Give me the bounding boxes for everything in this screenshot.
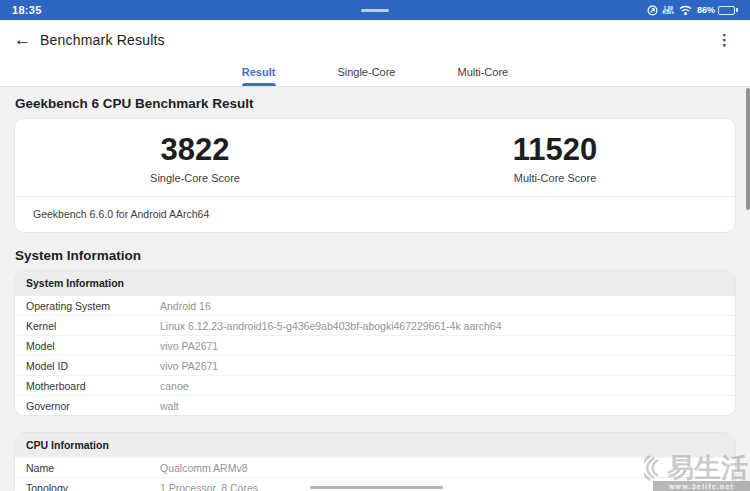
table-row: Topology 1 Processor, 8 Cores (15, 477, 735, 491)
page-title: Benchmark Results (40, 32, 165, 48)
single-core-score: 3822 (15, 132, 375, 168)
table-row: Model ID vivo PA2671 (15, 355, 735, 375)
table-row: Motherboard canoe (15, 375, 735, 395)
tab-multi-core[interactable]: Multi-Core (455, 66, 510, 86)
wifi-icon (679, 5, 692, 16)
multi-core-score-block: 11520 Multi-Core Score (375, 132, 735, 184)
data-speed-icon (647, 5, 658, 16)
screen: 18:35 1.00 KB/s 86% (0, 0, 750, 491)
battery-indicator: 86% (697, 5, 738, 15)
content: Geekbench 6 CPU Benchmark Result 3822 Si… (0, 96, 750, 491)
table-row: Name Qualcomm ARMv8 (15, 457, 735, 477)
geekbench-version-note: Geekbench 6.6.0 for Android AArch64 (15, 197, 735, 232)
single-core-score-block: 3822 Single-Core Score (15, 132, 375, 184)
cpu-information-table: CPU Information Name Qualcomm ARMv8 Topo… (14, 432, 736, 491)
clock: 18:35 (12, 4, 42, 16)
system-information-heading: System Information (15, 248, 735, 263)
tab-result[interactable]: Result (240, 66, 278, 86)
system-information-table: System Information Operating System Andr… (14, 270, 736, 416)
result-section-heading: Geekbench 6 CPU Benchmark Result (15, 96, 735, 111)
app-header: ← Benchmark Results ⋮ (0, 20, 750, 60)
table-row: Operating System Android 16 (15, 295, 735, 315)
status-icons: 1.00 KB/s 86% (647, 5, 738, 16)
table-row: Governor walt (15, 395, 735, 415)
overflow-menu-icon[interactable]: ⋮ (713, 31, 736, 49)
table-header: CPU Information (15, 433, 735, 457)
tab-single-core[interactable]: Single-Core (335, 66, 397, 86)
back-arrow-icon[interactable]: ← (14, 30, 40, 50)
score-card: 3822 Single-Core Score 11520 Multi-Core … (14, 118, 736, 233)
home-indicator[interactable] (310, 486, 443, 489)
multi-core-score: 11520 (375, 132, 735, 168)
table-row: Model vivo PA2671 (15, 335, 735, 355)
scrollbar-thumb[interactable] (746, 88, 750, 210)
battery-icon (718, 6, 735, 15)
tab-bar: Result Single-Core Multi-Core (0, 60, 750, 87)
battery-percent: 86% (697, 5, 715, 15)
score-row: 3822 Single-Core Score 11520 Multi-Core … (15, 119, 735, 196)
network-speed: 1.00 KB/s (663, 6, 674, 15)
active-tab-underline (242, 83, 276, 86)
table-row: Kernel Linux 6.12.23-android16-5-g436e9a… (15, 315, 735, 335)
status-bar: 18:35 1.00 KB/s 86% (0, 0, 750, 20)
table-header: System Information (15, 271, 735, 295)
camera-notch (361, 9, 389, 12)
